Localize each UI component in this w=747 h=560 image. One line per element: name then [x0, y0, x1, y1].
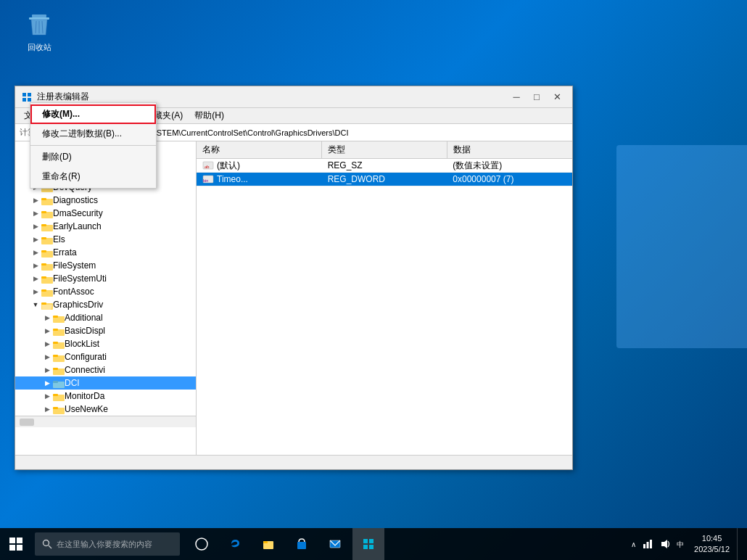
tree-item-filesystem[interactable]: ▶ FileSystem [15, 259, 196, 272]
tree-label-basicdispl: BasicDispl [65, 326, 105, 336]
svg-text:ab: ab [205, 164, 210, 170]
recycle-bin-icon[interactable]: 回收站 [16, 10, 62, 53]
tree-arrow: ▶ [30, 286, 41, 297]
tree-arrow: ▶ [41, 364, 53, 376]
tree-label-configurati: Configurati [65, 352, 107, 362]
tree-label-graphicsdriv: GraphicsDriv [53, 300, 103, 310]
language-icon[interactable]: 中 [677, 539, 687, 549]
tree-item-connectivi[interactable]: ▶ Connectivi [15, 363, 196, 376]
tree-label-usenewke: UseNewKe [65, 404, 108, 414]
tree-item-diagnostics[interactable]: ▶ Diagnostics [15, 194, 196, 207]
folder-icon [53, 366, 65, 375]
tree-arrow: ▶ [30, 221, 41, 232]
taskbar-tray: ∧ 中 10:45 2023/5/12 [631, 528, 747, 560]
svg-rect-38 [53, 316, 58, 318]
svg-rect-65 [263, 541, 268, 543]
svg-rect-66 [297, 542, 306, 549]
network-icon[interactable] [642, 538, 653, 550]
tree-item-basicdispl[interactable]: ▶ BasicDispl [15, 324, 196, 337]
svg-rect-40 [53, 329, 58, 331]
tree-item-configurati[interactable]: ▶ Configurati [15, 350, 196, 363]
maximize-button[interactable]: □ [527, 89, 546, 105]
svg-rect-5 [22, 93, 26, 96]
scrollbar-thumb[interactable] [20, 419, 34, 426]
task-view-button[interactable] [186, 528, 218, 560]
volume-icon[interactable] [659, 538, 671, 550]
tree-item-els[interactable]: ▶ Els [15, 233, 196, 246]
folder-icon [53, 379, 65, 388]
tree-item-dci[interactable]: ▶ DCI [15, 376, 196, 390]
tray-icons: ∧ 中 [631, 538, 687, 550]
tree-arrow: ▶ [41, 338, 53, 350]
svg-text:bin: bin [203, 178, 208, 183]
tree-arrow: ▶ [30, 207, 41, 219]
minimize-button[interactable]: ─ [507, 89, 526, 105]
tree-label-fontassoc: FontAssoc [53, 287, 94, 297]
tree-item-dmasecurity[interactable]: ▶ DmaSecurity [15, 207, 196, 220]
svg-rect-69 [369, 539, 374, 543]
tree-item-filesystemuti[interactable]: ▶ FileSystemUti [15, 272, 196, 285]
close-button[interactable]: ✕ [548, 89, 566, 105]
tree-item-usenewke[interactable]: ▶ UseNewKe [15, 403, 196, 416]
tree-h-scrollbar[interactable] [15, 416, 196, 427]
tree-label-errata: Errata [53, 247, 77, 258]
tree-label-additional: Additional [65, 313, 103, 323]
svg-rect-73 [647, 542, 649, 548]
svg-rect-31 [41, 276, 46, 279]
taskbar-search-bar[interactable] [35, 532, 180, 556]
svg-rect-59 [9, 545, 15, 551]
tree-item-monitorda[interactable]: ▶ MonitorDa [15, 390, 196, 403]
edge-button[interactable] [219, 528, 251, 560]
svg-rect-50 [53, 394, 58, 396]
folder-icon [41, 261, 53, 271]
svg-rect-27 [41, 250, 46, 252]
detail-row-default[interactable]: ab (默认) REG_SZ (数值未设置) [197, 159, 572, 173]
taskbar-active-app[interactable] [352, 528, 384, 560]
svg-rect-8 [28, 98, 31, 102]
tree-label-dci: DCI [65, 378, 80, 388]
tree-arrow: ▶ [30, 260, 41, 271]
tree-arrow-expanded: ▼ [30, 299, 41, 310]
tree-label-diagnostics: Diagnostics [53, 195, 98, 205]
detail-row-timeout[interactable]: bin Timeo... REG_DWORD 0x00000007 (7) [197, 173, 572, 186]
desktop: 回收站 注册表编辑器 ─ □ ✕ 文件(F) 编 [0, 0, 747, 560]
tree-item-errata[interactable]: ▶ Errata [15, 246, 196, 259]
store-button[interactable] [286, 528, 318, 560]
clock-time: 10:45 [694, 533, 730, 544]
taskbar-clock[interactable]: 10:45 2023/5/12 [690, 533, 734, 556]
start-button[interactable] [0, 528, 32, 560]
col-data[interactable]: 数据 [447, 141, 572, 158]
svg-rect-44 [53, 355, 58, 357]
svg-rect-52 [53, 407, 58, 409]
folder-icon [53, 353, 65, 362]
svg-rect-7 [22, 98, 26, 102]
tree-item-earlylaunch[interactable]: ▶ EarlyLaunch [15, 220, 196, 233]
window-controls: ─ □ ✕ [507, 89, 566, 105]
tree-item-additional[interactable]: ▶ Additional [15, 311, 196, 324]
search-input[interactable] [57, 540, 173, 548]
folder-icon [41, 196, 53, 205]
tree-item-graphicsdriv[interactable]: ▼ GraphicsDriv [15, 298, 196, 311]
svg-rect-1 [29, 17, 49, 20]
explorer-button[interactable] [252, 528, 284, 560]
tree-item-blocklist[interactable]: ▶ BlockList [15, 337, 196, 350]
svg-rect-33 [41, 289, 46, 292]
col-type[interactable]: 类型 [322, 141, 447, 158]
svg-rect-21 [41, 211, 46, 213]
svg-rect-58 [17, 538, 22, 543]
show-desktop-button[interactable] [737, 528, 741, 560]
tree-arrow: ▶ [30, 234, 41, 245]
tree-label-els: Els [53, 234, 65, 244]
folder-icon [41, 274, 53, 284]
svg-rect-68 [363, 539, 368, 543]
folder-icon [41, 248, 53, 258]
detail-panel: 名称 类型 数据 ab (默认) REG_SZ (数值未设置) [197, 141, 572, 455]
tree-item-fontassoc[interactable]: ▶ FontAssoc [15, 285, 196, 298]
svg-rect-42 [53, 342, 58, 344]
col-name[interactable]: 名称 [197, 141, 322, 158]
taskbar: ∧ 中 10:45 2023/5/12 [0, 528, 747, 560]
mail-button[interactable] [319, 528, 351, 560]
menu-help[interactable]: 帮助(H) [189, 108, 230, 123]
window-title: 注册表编辑器 [37, 91, 507, 103]
tray-expand-icon[interactable]: ∧ [631, 540, 636, 548]
